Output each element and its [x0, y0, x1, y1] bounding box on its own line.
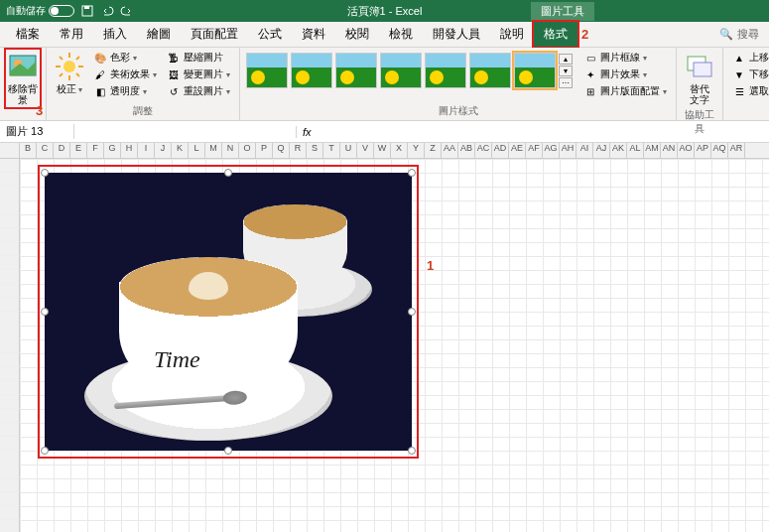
- callout-1: 1: [427, 258, 434, 273]
- styles-group-label: 圖片樣式: [246, 103, 670, 118]
- corrections-button[interactable]: 校正 ▾: [53, 50, 86, 97]
- effects-icon: ✦: [583, 67, 597, 81]
- remove-bg-label: 移除背景: [8, 83, 38, 105]
- sun-icon: [55, 52, 84, 81]
- send-backward-button[interactable]: ▼下移一: [729, 66, 769, 82]
- selection-pane-button[interactable]: ☰選取範圍: [729, 83, 769, 99]
- autosave-label: 自動儲存: [6, 4, 46, 18]
- style-thumb-5[interactable]: [425, 53, 466, 88]
- tab-file[interactable]: 檔案: [6, 22, 50, 47]
- picture-layout-button[interactable]: ⊞圖片版面配置▾: [580, 83, 670, 99]
- tab-review[interactable]: 校閱: [335, 22, 379, 47]
- column-headers[interactable]: BCDEFGHIJKLMNOPQRSTUVWXYZAAABACADAEAFAGA…: [0, 143, 769, 159]
- color-icon: 🎨: [93, 51, 107, 65]
- resize-handle-sw[interactable]: [41, 447, 49, 455]
- alt-text-button[interactable]: 替代 文字: [683, 50, 716, 107]
- group-adjust: 校正 ▾ 🎨色彩▾ 🖌美術效果▾ ◧透明度▾ 🗜壓縮圖片 🖼變更圖片▾ ↺重設圖…: [47, 48, 240, 120]
- alt-text-icon: [685, 52, 714, 81]
- resize-handle-nw[interactable]: [41, 169, 49, 177]
- tab-format[interactable]: 格式: [534, 22, 577, 47]
- ribbon-tabs: 檔案 常用 插入 繪圖 頁面配置 公式 資料 校閱 檢視 開發人員 說明 格式 …: [0, 22, 769, 48]
- search-box[interactable]: 🔍 搜尋: [719, 27, 759, 42]
- undo-icon[interactable]: [100, 4, 114, 18]
- formula-bar-row: 圖片 13 fx: [0, 121, 769, 143]
- resize-handle-w[interactable]: [41, 308, 49, 316]
- corrections-label: 校正 ▾: [57, 83, 83, 95]
- picture-styles-gallery[interactable]: ▴▾⋯: [246, 50, 573, 91]
- redo-icon[interactable]: [120, 4, 134, 18]
- layout-icon: ⊞: [583, 84, 597, 98]
- resize-handle-n[interactable]: [224, 169, 232, 177]
- selection-icon: ☰: [732, 84, 746, 98]
- reset-icon: ↺: [167, 84, 181, 98]
- tab-home[interactable]: 常用: [50, 22, 93, 47]
- group-accessibility: 替代 文字 協助工具: [677, 48, 723, 120]
- svg-rect-1: [84, 6, 89, 9]
- alt-text-label: 替代 文字: [690, 83, 709, 105]
- tab-page-layout[interactable]: 頁面配置: [181, 22, 248, 47]
- resize-handle-e[interactable]: [408, 308, 416, 316]
- group-remove-bg: 移除背景 3: [0, 48, 47, 120]
- resize-handle-ne[interactable]: [408, 169, 416, 177]
- save-icon[interactable]: [80, 4, 94, 18]
- tab-help[interactable]: 說明: [490, 22, 534, 47]
- bring-forward-icon: ▲: [732, 51, 746, 65]
- picture-effects-button[interactable]: ✦圖片效果▾: [580, 66, 670, 82]
- artistic-icon: 🖌: [93, 67, 107, 81]
- transparency-button[interactable]: ◧透明度▾: [90, 83, 160, 99]
- remove-background-button[interactable]: 移除背景: [6, 50, 40, 107]
- color-button[interactable]: 🎨色彩▾: [90, 50, 160, 66]
- send-backward-icon: ▼: [732, 67, 746, 81]
- tab-data[interactable]: 資料: [292, 22, 335, 47]
- group-arrange: ▲上移一 ▼下移一 ☰選取範圍: [723, 48, 769, 120]
- style-thumb-7[interactable]: [514, 53, 556, 88]
- style-thumb-6[interactable]: [469, 53, 511, 88]
- artistic-effects-button[interactable]: 🖌美術效果▾: [90, 66, 160, 82]
- toggle-icon: [49, 5, 74, 17]
- resize-handle-s[interactable]: [224, 447, 232, 455]
- fx-icon[interactable]: fx: [303, 126, 312, 138]
- change-picture-button[interactable]: 🖼變更圖片▾: [164, 66, 233, 82]
- style-thumb-2[interactable]: [291, 53, 332, 88]
- inserted-picture[interactable]: Time: [45, 173, 412, 451]
- tab-formulas[interactable]: 公式: [248, 22, 292, 47]
- cell-grid[interactable]: Time 1: [20, 159, 769, 532]
- change-picture-icon: 🖼: [167, 67, 181, 81]
- name-box-dropdown[interactable]: [80, 126, 297, 138]
- contextual-tab-label: 圖片工具: [531, 2, 594, 21]
- remove-bg-icon: [8, 52, 38, 81]
- tab-draw[interactable]: 繪圖: [137, 22, 181, 47]
- worksheet-area[interactable]: BCDEFGHIJKLMNOPQRSTUVWXYZAAABACADAEAFAGA…: [0, 143, 769, 532]
- svg-line-10: [76, 73, 79, 76]
- tab-insert[interactable]: 插入: [93, 22, 137, 47]
- reset-picture-button[interactable]: ↺重設圖片▾: [164, 83, 233, 99]
- tab-view[interactable]: 檢視: [379, 22, 423, 47]
- callout-3: 3: [36, 103, 43, 118]
- picture-border-button[interactable]: ▭圖片框線▾: [580, 50, 670, 66]
- autosave-toggle[interactable]: 自動儲存: [6, 4, 74, 18]
- svg-line-11: [60, 73, 63, 76]
- svg-point-4: [64, 61, 75, 72]
- acc-group-label: 協助工具: [683, 107, 716, 136]
- gallery-scroll[interactable]: ▴▾⋯: [559, 54, 573, 88]
- style-thumb-4[interactable]: [380, 53, 422, 88]
- tab-developer[interactable]: 開發人員: [423, 22, 490, 47]
- compress-pictures-button[interactable]: 🗜壓縮圖片: [164, 50, 233, 66]
- search-label: 搜尋: [737, 27, 759, 42]
- row-headers[interactable]: [0, 159, 20, 532]
- name-box[interactable]: 圖片 13: [0, 124, 74, 139]
- picture-content: Time: [45, 173, 412, 451]
- bring-forward-button[interactable]: ▲上移一: [729, 50, 769, 66]
- style-thumb-1[interactable]: [246, 53, 288, 88]
- svg-rect-14: [694, 63, 711, 76]
- group-picture-styles: ▴▾⋯ ▭圖片框線▾ ✦圖片效果▾ ⊞圖片版面配置▾ 圖片樣式: [240, 48, 677, 120]
- callout-2: 2: [581, 27, 588, 42]
- document-title: 活頁簿1 - Excel: [347, 4, 423, 19]
- style-thumb-3[interactable]: [335, 53, 377, 88]
- ribbon: 移除背景 3 校正 ▾ 🎨色彩▾ 🖌美術效果▾ ◧透明度▾ 🗜壓縮圖片 🖼變更圖…: [0, 48, 769, 121]
- adjust-group-label: 調整: [53, 103, 233, 118]
- border-icon: ▭: [583, 51, 597, 65]
- svg-line-12: [76, 57, 79, 60]
- compress-icon: 🗜: [167, 51, 181, 65]
- resize-handle-se[interactable]: [408, 447, 416, 455]
